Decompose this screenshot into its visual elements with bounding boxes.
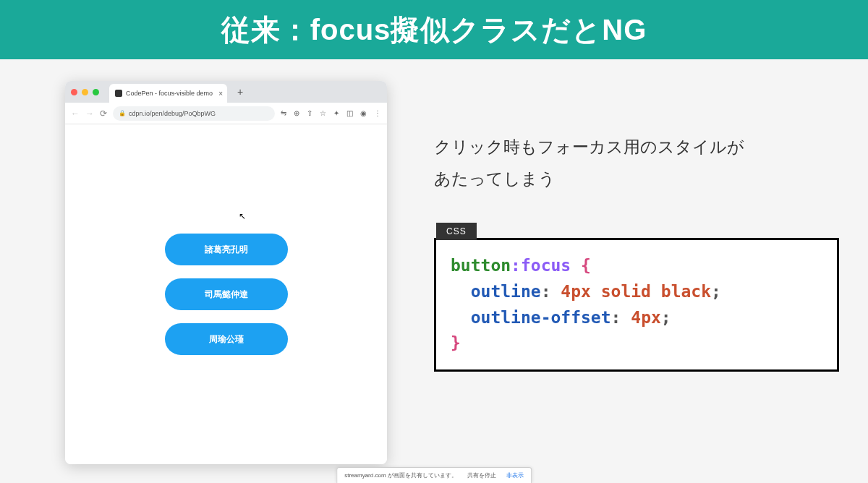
code-language-label: CSS [436, 223, 477, 240]
share-status-text: streamyard.com が画面を共有しています。 [344, 471, 457, 479]
browser-tab-strip: CodePen - focus-visible demo × + [65, 81, 387, 103]
page-viewport: ↖ 諸葛亮孔明 司馬懿仲達 周瑜公瑾 [65, 124, 387, 464]
browser-tab[interactable]: CodePen - focus-visible demo × [109, 84, 227, 103]
cursor-icon: ↖ [239, 211, 246, 221]
demo-button-2[interactable]: 司馬懿仲達 [165, 278, 288, 310]
profile-icon[interactable]: ◉ [360, 109, 367, 117]
code-block: CSS button:focus { outline: 4px solid bl… [434, 238, 839, 372]
url-text: cdpn.io/pen/debug/PoQbpWG [129, 110, 216, 117]
tab-title: CodePen - focus-visible demo [126, 90, 213, 97]
zoom-icon[interactable]: ⊕ [294, 109, 299, 117]
minimize-window-icon[interactable] [82, 89, 88, 95]
reload-button[interactable]: ⟳ [100, 108, 107, 119]
favicon-icon [115, 90, 122, 97]
code-content: button:focus { outline: 4px solid black;… [451, 253, 822, 356]
explanation-line-1: クリック時もフォーカス用のスタイルが [434, 132, 839, 163]
extensions-icon[interactable]: ✦ [333, 109, 339, 117]
forward-button[interactable]: → [85, 108, 94, 119]
title-text: 従来：focus擬似クラスだとNG [221, 10, 647, 50]
share-icon[interactable]: ⇧ [307, 109, 312, 117]
close-window-icon[interactable] [71, 89, 77, 95]
close-tab-icon[interactable]: × [218, 90, 223, 98]
demo-button-1[interactable]: 諸葛亮孔明 [165, 234, 288, 265]
explanation-text: クリック時もフォーカス用のスタイルが あたってしまう [434, 132, 839, 195]
screen-share-toolbar: streamyard.com が画面を共有しています。 共有を停止 非表示 [336, 467, 532, 483]
maximize-window-icon[interactable] [93, 89, 99, 95]
menu-icon[interactable]: ⋮ [374, 109, 381, 117]
explanation-line-2: あたってしまう [434, 163, 839, 195]
lock-icon: 🔒 [119, 110, 126, 116]
stop-share-button[interactable]: 共有を停止 [467, 471, 496, 479]
browser-window: CodePen - focus-visible demo × + ← → ⟳ 🔒… [65, 81, 387, 464]
slide-title: 従来：focus擬似クラスだとNG [0, 0, 868, 59]
hide-share-button[interactable]: 非表示 [506, 471, 524, 479]
star-icon[interactable]: ☆ [320, 109, 326, 117]
address-bar-row: ← → ⟳ 🔒 cdpn.io/pen/debug/PoQbpWG ⇋ ⊕ ⇧ … [65, 103, 387, 124]
translate-icon[interactable]: ⇋ [281, 109, 286, 117]
puzzle-icon[interactable]: ◫ [346, 109, 353, 117]
demo-button-3[interactable]: 周瑜公瑾 [165, 323, 288, 355]
address-bar[interactable]: 🔒 cdpn.io/pen/debug/PoQbpWG [113, 106, 275, 121]
window-controls [71, 89, 99, 95]
new-tab-button[interactable]: + [231, 86, 243, 98]
back-button[interactable]: ← [71, 108, 80, 119]
